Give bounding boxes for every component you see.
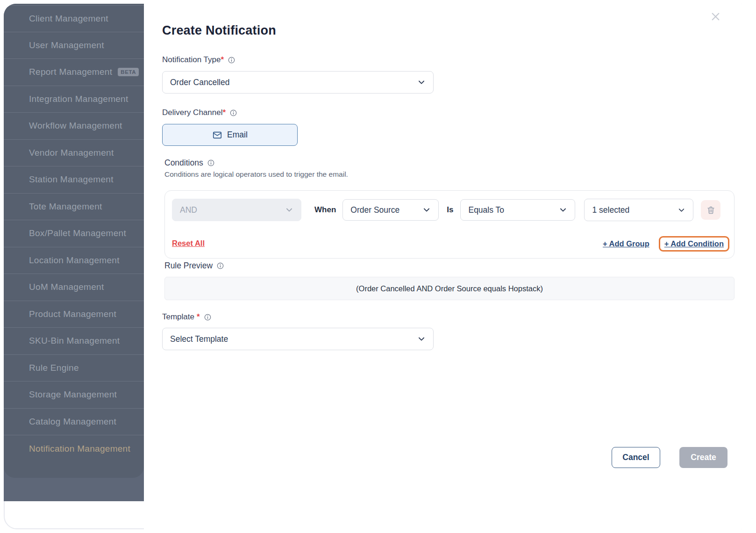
delete-condition-button[interactable] [701,200,720,220]
condition-field-value: Order Source [350,205,399,215]
condition-row: AND When Order Source Is Equals To [172,199,726,221]
chevron-down-icon [417,78,426,86]
info-icon [230,109,237,116]
sidebar-item-catalog-management[interactable]: Catalog Management [4,409,144,436]
chevron-down-icon [678,206,685,214]
template-label: Template* [162,312,211,322]
condition-actions: + Add Group + Add Condition [603,236,729,252]
sidebar-item-rule-engine[interactable]: Rule Engine [4,355,144,382]
add-condition-highlight[interactable]: + Add Condition [659,236,729,252]
conditions-group: AND When Order Source Is Equals To [164,190,735,259]
sidebar-item-integration-management[interactable]: Integration Management [4,86,144,113]
sidebar-item-label: Storage Management [29,389,117,400]
notification-type-select[interactable]: Order Cancelled [162,71,434,94]
sidebar-item-label: Workflow Management [29,121,122,131]
add-condition-link[interactable]: + Add Condition [664,239,724,248]
info-icon [204,314,211,321]
chevron-down-icon [559,206,567,214]
create-notification-modal: Create Notification Notification Type* O… [144,4,752,529]
sidebar-item-label: User Management [29,40,104,50]
sidebar-item-label: Box/Pallet Management [29,228,126,238]
is-label: Is [447,205,453,215]
info-icon [217,262,224,269]
sidebar-item-label: Client Management [29,14,108,24]
sidebar-menu: Client Management User Management Report… [4,4,144,478]
sidebar: Client Management User Management Report… [4,4,144,501]
info-icon [207,159,214,166]
sidebar-item-uom-management[interactable]: UoM Management [4,274,144,301]
chevron-down-icon [285,206,293,214]
conditions-description: Conditions are logical operators used to… [164,170,348,179]
sidebar-item-label: Integration Management [29,94,128,104]
create-button[interactable]: Create [679,447,727,468]
cancel-button[interactable]: Cancel [612,447,660,468]
sidebar-item-location-management[interactable]: Location Management [4,247,144,274]
info-icon [228,57,235,64]
rule-preview-label: Rule Preview [164,261,224,271]
sidebar-item-client-management[interactable]: Client Management [4,5,144,32]
sidebar-item-vendor-management[interactable]: Vendor Management [4,140,144,167]
sidebar-item-tote-management[interactable]: Tote Management [4,194,144,221]
close-icon [709,10,722,23]
add-group-link[interactable]: + Add Group [603,239,649,248]
email-channel-button[interactable]: Email [162,124,298,146]
operator-select[interactable]: AND [172,199,301,221]
close-button[interactable] [707,8,723,24]
beta-badge: BETA [118,68,139,76]
sidebar-item-label: Location Management [29,255,120,266]
sidebar-item-label: Catalog Management [29,417,116,427]
required-asterisk: * [197,312,200,321]
condition-value-select[interactable]: 1 selected [584,199,693,221]
sidebar-item-notification-management[interactable]: Notification Management [4,435,144,462]
sidebar-item-label: UoM Management [29,282,104,292]
trash-icon [706,205,716,215]
modal-title: Create Notification [162,23,276,38]
comparator-value: Equals To [468,205,504,215]
comparator-select[interactable]: Equals To [460,199,575,221]
notification-type-value: Order Cancelled [170,78,229,87]
email-channel-label: Email [227,130,248,140]
condition-value-summary: 1 selected [592,205,629,215]
sidebar-item-label: Tote Management [29,202,102,212]
sidebar-item-label: Station Management [29,174,114,185]
sidebar-item-product-management[interactable]: Product Management [4,301,144,328]
chevron-down-icon [417,335,426,343]
template-value: Select Template [170,334,228,344]
sidebar-item-label: Report Management [29,67,112,77]
operator-value: AND [180,205,197,215]
sidebar-item-sku-bin-management[interactable]: SKU-Bin Management [4,328,144,355]
sidebar-item-station-management[interactable]: Station Management [4,166,144,194]
sidebar-item-label: Rule Engine [29,363,79,373]
sidebar-item-label: SKU-Bin Management [29,336,120,346]
delivery-channel-label: Delivery Channel* [162,108,237,117]
rule-preview-value: (Order Cancelled AND Order Source equals… [356,284,543,293]
rule-preview-box: (Order Cancelled AND Order Source equals… [164,277,735,300]
sidebar-item-label: Product Management [29,309,116,319]
template-select[interactable]: Select Template [162,328,434,350]
required-asterisk: * [221,55,224,64]
when-label: When [314,205,336,215]
sidebar-item-box-pallet-management[interactable]: Box/Pallet Management [4,220,144,247]
required-asterisk: * [222,108,226,117]
condition-field-select[interactable]: Order Source [342,199,439,221]
email-icon [212,130,222,140]
sidebar-item-storage-management[interactable]: Storage Management [4,382,144,409]
reset-all-link[interactable]: Reset All [172,239,205,248]
sidebar-item-report-management[interactable]: Report ManagementBETA [4,59,144,86]
notification-type-label: Notification Type* [162,55,235,65]
chevron-down-icon [422,206,431,214]
sidebar-item-label: Notification Management [29,444,130,454]
sidebar-item-workflow-management[interactable]: Workflow Management [4,113,144,140]
sidebar-item-user-management[interactable]: User Management [4,32,144,59]
sidebar-item-label: Vendor Management [29,148,114,158]
conditions-label: Conditions [164,158,214,168]
